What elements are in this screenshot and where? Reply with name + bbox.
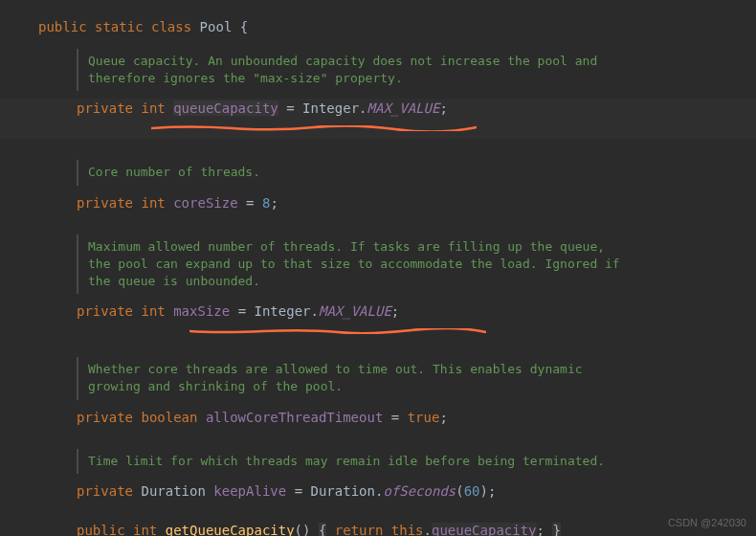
method-getQueueCapacity-line[interactable]: public int getQueueCapacity() { return t… [38, 521, 756, 536]
field-coreSize-line[interactable]: private int coreSize = 8; [38, 193, 756, 213]
javadoc-text: Queue capacity. An unbounded capacity do… [88, 53, 632, 87]
method-name-getQueueCapacity: getQueueCapacity [166, 523, 295, 536]
semi: ; [439, 100, 447, 116]
javadoc-text: Time limit for which threads may remain … [88, 453, 632, 470]
brace-open: { [240, 19, 248, 34]
assign: = [286, 100, 294, 116]
value-true: true [408, 410, 440, 425]
value-const: MAX_VALUE [319, 303, 391, 319]
field-keepAlive-line[interactable]: private Duration keepAlive = Duration.of… [38, 481, 756, 502]
javadoc-allowCoreThreadTimeout: Whether core threads are allowed to time… [77, 357, 641, 399]
field-maxSize-line[interactable]: private int maxSize = Integer.MAX_VALUE; [38, 302, 756, 342]
value-const: MAX_VALUE [367, 100, 440, 116]
field-name-allowCoreThreadTimeout: allowCoreThreadTimeout [206, 410, 383, 425]
keyword-private: private [77, 100, 133, 116]
field-queueCapacity-line[interactable]: private int queueCapacity = Integer.MAX_… [0, 99, 756, 139]
field-name-keepAlive: keepAlive [213, 483, 286, 499]
javadoc-text: Core number of threads. [88, 164, 632, 181]
watermark: CSDN @242030 [668, 515, 746, 531]
annotation-underline [189, 320, 486, 325]
method-ofSeconds: ofSeconds [383, 483, 456, 499]
type-int: int [141, 100, 165, 116]
annotation-underline [151, 117, 477, 123]
javadoc-coreSize: Core number of threads. [77, 160, 641, 185]
javadoc-queueCapacity: Queue capacity. An unbounded capacity do… [77, 49, 641, 91]
class-name: Pool [200, 19, 233, 34]
field-name-maxSize: maxSize [173, 303, 230, 319]
value-owner: Integer [302, 100, 359, 116]
num-60: 60 [464, 483, 480, 499]
field-allowCoreThreadTimeout-line[interactable]: private boolean allowCoreThreadTimeout =… [38, 408, 756, 428]
javadoc-maxSize: Maximum allowed number of threads. If ta… [77, 234, 641, 295]
field-name-coreSize: coreSize [173, 195, 237, 211]
field-name-queueCapacity: queueCapacity [173, 100, 278, 116]
class-declaration: public static class Pool { [38, 17, 756, 37]
field-ref-queueCapacity: queueCapacity [432, 523, 537, 536]
dot: . [359, 100, 367, 116]
keyword-public: public static class [38, 19, 191, 34]
javadoc-text: Whether core threads are allowed to time… [88, 361, 632, 395]
javadoc-keepAlive: Time limit for which threads may remain … [77, 449, 641, 474]
javadoc-text: Maximum allowed number of threads. If ta… [88, 238, 632, 291]
